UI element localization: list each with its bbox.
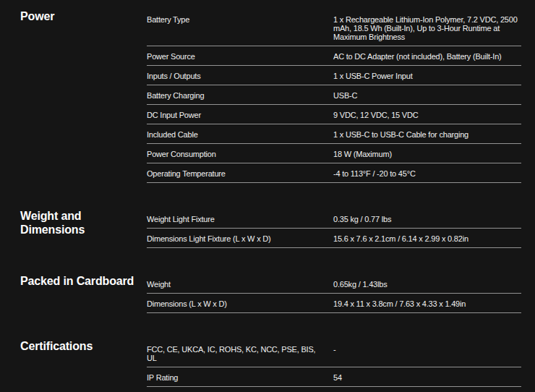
spec-label: Dimensions (L x W x D) (147, 299, 333, 308)
spec-rows: Battery Type 1 x Rechargeable Lithium-Io… (147, 9, 521, 183)
spec-value: 54 (333, 373, 521, 382)
spec-row: Included Cable 1 x USB-C to USB-C Cable … (147, 124, 521, 144)
spec-value: AC to DC Adapter (not included), Battery… (333, 52, 521, 61)
spec-row: Power Consumption 18 W (Maximum) (147, 144, 521, 163)
spec-label: FCC, CE, UKCA, IC, ROHS, KC, NCC, PSE, B… (147, 345, 333, 362)
spec-label: IP Rating (147, 373, 333, 382)
spec-row: Operating Temperature -4 to 113°F / -20 … (147, 163, 521, 183)
spec-label: DC Input Power (147, 111, 333, 119)
spec-row: Power Source AC to DC Adapter (not inclu… (147, 46, 521, 66)
spec-label: Inputs / Outputs (147, 72, 333, 80)
spec-value: 15.6 x 7.6 x 2.1cm / 6.14 x 2.99 x 0.82i… (333, 234, 521, 243)
spec-label: Dimensions Light Fixture (L x W x D) (147, 234, 333, 243)
spec-value: 1 x USB-C to USB-C Cable for charging (333, 130, 521, 139)
spec-row: Dimensions (L x W x D) 19.4 x 11 x 3.8cm… (147, 294, 521, 313)
spec-row: Weight Light Fixture 0.35 kg / 0.77 lbs (147, 209, 521, 229)
spec-label: Weight (147, 280, 333, 289)
spec-value: 18 W (Maximum) (333, 150, 521, 158)
spec-row: Battery Charging USB-C (147, 85, 521, 105)
spec-row: Dimensions Light Fixture (L x W x D) 15.… (147, 229, 521, 248)
spec-row: Inputs / Outputs 1 x USB-C Power Input (147, 66, 521, 85)
spec-label: Power Consumption (147, 150, 333, 158)
spec-label: Battery Type (147, 15, 333, 24)
spec-rows: Weight 0.65kg / 1.43lbs Dimensions (L x … (147, 274, 521, 313)
spec-label: Included Cable (147, 130, 333, 139)
spec-section-certifications: Certifications FCC, CE, UKCA, IC, ROHS, … (20, 339, 521, 387)
spec-row: DC Input Power 9 VDC, 12 VDC, 15 VDC (147, 105, 521, 124)
spec-rows: Weight Light Fixture 0.35 kg / 0.77 lbs … (147, 209, 521, 248)
spec-section-power: Power Battery Type 1 x Rechargeable Lith… (20, 9, 521, 183)
section-title: Certifications (20, 339, 147, 353)
spec-label: Power Source (147, 52, 333, 61)
spec-value: 9 VDC, 12 VDC, 15 VDC (333, 111, 521, 119)
spec-value: USB-C (333, 91, 521, 100)
spec-label: Weight Light Fixture (147, 215, 333, 223)
spec-row: Weight 0.65kg / 1.43lbs (147, 274, 521, 294)
spec-sheet-page: Power Battery Type 1 x Rechargeable Lith… (0, 0, 535, 392)
spec-row: FCC, CE, UKCA, IC, ROHS, KC, NCC, PSE, B… (147, 339, 521, 367)
spec-value: - (333, 345, 521, 354)
spec-rows: FCC, CE, UKCA, IC, ROHS, KC, NCC, PSE, B… (147, 339, 521, 387)
section-title: Weight and Dimensions (20, 209, 147, 237)
spec-row: IP Rating 54 (147, 367, 521, 387)
spec-value: -4 to 113°F / -20 to 45°C (333, 169, 521, 178)
spec-value: 0.35 kg / 0.77 lbs (333, 215, 521, 223)
spec-value: 1 x Rechargeable Lithium-Ion Polymer, 7.… (333, 15, 521, 41)
spec-row: Battery Type 1 x Rechargeable Lithium-Io… (147, 9, 521, 46)
spec-section-packed-in-cardboard: Packed in Cardboard Weight 0.65kg / 1.43… (20, 274, 521, 313)
section-title: Power (20, 9, 147, 23)
spec-value: 0.65kg / 1.43lbs (333, 280, 521, 289)
spec-section-weight-dimensions: Weight and Dimensions Weight Light Fixtu… (20, 209, 521, 248)
spec-value: 19.4 x 11 x 3.8cm / 7.63 x 4.33 x 1.49in (333, 299, 521, 308)
section-title: Packed in Cardboard (20, 274, 147, 288)
spec-label: Battery Charging (147, 91, 333, 100)
spec-value: 1 x USB-C Power Input (333, 72, 521, 80)
spec-label: Operating Temperature (147, 169, 333, 178)
